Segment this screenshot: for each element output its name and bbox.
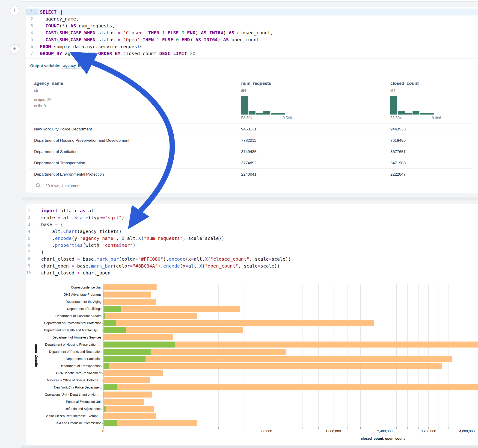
text-cursor bbox=[61, 10, 62, 15]
y-axis-tick bbox=[102, 338, 103, 338]
closed-count-bar bbox=[103, 320, 374, 326]
search-icon[interactable] bbox=[35, 183, 41, 189]
code-text: chart_closed = base.mark_bar(color="#FFC… bbox=[41, 255, 291, 262]
histogram-bar bbox=[390, 96, 397, 115]
code-text: FROM sample_data.nyc.service_requests bbox=[40, 43, 143, 50]
code-text: scale = alt.Scale(type="sqrt") bbox=[41, 214, 124, 221]
y-axis-tick bbox=[102, 388, 103, 388]
y-axis-tick bbox=[102, 416, 103, 417]
closed-count-bar bbox=[103, 377, 150, 383]
code-text: .encode(y="agency_name", x=alt.X("num_re… bbox=[41, 235, 224, 242]
code-line[interactable]: 2 scale = alt.Scale(type="sqrt") bbox=[26, 214, 478, 221]
gutter-spacer bbox=[31, 228, 33, 235]
code-text: chart_closed + chart_open bbox=[41, 269, 110, 276]
code-line[interactable]: 9 chart_open = base.mark_bar(color="#8BC… bbox=[26, 262, 478, 269]
code-line[interactable]: 4 alt.Chart(agency_tickets) bbox=[26, 228, 478, 235]
code-line[interactable]: 6 .properties(width="container") bbox=[26, 242, 478, 249]
y-axis-label: HRA Benefit Card Replacement bbox=[39, 371, 101, 375]
gutter-spacer bbox=[31, 263, 33, 270]
table-cell: 9453131 bbox=[241, 124, 256, 135]
code-text: COUNT(*) AS num_requests, bbox=[40, 22, 115, 29]
gridline bbox=[439, 284, 439, 427]
open-count-bar bbox=[103, 313, 105, 319]
column-stat: unique: 20 bbox=[34, 97, 51, 103]
code-text: agency_name, bbox=[40, 15, 79, 22]
table-cell: 3774892 bbox=[241, 157, 256, 169]
closed-count-bar bbox=[103, 292, 151, 298]
code-line[interactable]: 3⌄base = ( bbox=[26, 221, 478, 228]
y-axis-label: Department of Homeless Services bbox=[39, 336, 101, 339]
cell-divider[interactable] bbox=[21, 197, 478, 200]
gutter-spacer bbox=[31, 256, 33, 263]
gutter-spacer bbox=[31, 270, 34, 277]
y-axis-tick bbox=[102, 373, 103, 373]
x-axis-tick bbox=[318, 427, 319, 429]
histogram-bar bbox=[413, 111, 419, 115]
x-axis-tick bbox=[333, 427, 333, 429]
code-line[interactable]: 7 ) bbox=[26, 249, 478, 255]
y-axis-tick bbox=[102, 295, 103, 295]
python-code-editor[interactable]: 1 import altair as alt2 scale = alt.Scal… bbox=[26, 204, 478, 278]
closed-count-bar bbox=[103, 399, 144, 405]
y-axis-tick bbox=[102, 288, 103, 288]
open-count-bar bbox=[103, 420, 117, 426]
fold-chevron-icon[interactable]: ⌄ bbox=[34, 9, 36, 16]
line-number: 7 bbox=[26, 249, 33, 255]
code-line[interactable]: 2 agency_name, bbox=[26, 15, 478, 22]
gridline bbox=[185, 284, 185, 427]
y-axis-label: Taxi and Limousine Commission bbox=[39, 421, 101, 425]
code-line[interactable]: 1⌄SELECT bbox=[26, 8, 478, 15]
closed-count-bar bbox=[103, 313, 197, 319]
column-stat: nulls: 0 bbox=[34, 103, 46, 109]
open-count-bar bbox=[103, 342, 175, 348]
y-axis-label: Operations Unit - Department of Hom… bbox=[39, 393, 101, 396]
gutter-spacer bbox=[34, 37, 36, 44]
code-line[interactable]: 5 .encode(y="agency_name", x=alt.X("num_… bbox=[26, 235, 478, 242]
line-number: 3⌄ bbox=[26, 221, 33, 228]
code-line[interactable]: 7 GROUP BY agency_name ORDER BY closed_c… bbox=[26, 50, 478, 57]
histogram-bar bbox=[405, 113, 412, 115]
y-axis-label: DHS Advantage Programs bbox=[39, 293, 101, 296]
x-axis-tick bbox=[285, 427, 285, 429]
code-line[interactable]: 10 chart_closed + chart_open bbox=[26, 269, 478, 276]
code-line[interactable]: 3 COUNT(*) AS num_requests, bbox=[26, 22, 478, 29]
add-cell-button-middle[interactable]: + bbox=[10, 44, 19, 54]
code-line[interactable]: 1 import altair as alt bbox=[26, 207, 478, 214]
add-cell-button-top[interactable]: + bbox=[10, 6, 19, 15]
x-axis-tick bbox=[244, 427, 245, 429]
gridline bbox=[360, 284, 361, 427]
output-variable-input[interactable]: agency_tickets bbox=[61, 62, 87, 69]
closed-count-bar bbox=[103, 363, 442, 369]
line-number: 4 bbox=[26, 29, 36, 36]
line-number: 1⌄ bbox=[26, 8, 36, 15]
code-line[interactable]: 8 chart_closed = base.mark_bar(color="#F… bbox=[26, 255, 478, 262]
closed-count-bar bbox=[103, 384, 478, 390]
x-axis-tick bbox=[302, 427, 303, 429]
y-axis-label: Department of Housing Preservation … bbox=[39, 343, 101, 346]
bottom-cell-edge bbox=[21, 446, 478, 448]
sql-code-editor[interactable]: 1⌄SELECT 2 agency_name,3 COUNT(*) AS num… bbox=[26, 7, 478, 59]
code-line[interactable]: 4 CAST(SUM(CASE WHEN status = 'Closed' T… bbox=[26, 29, 478, 36]
open-count-bar bbox=[103, 349, 151, 355]
closed-count-bar bbox=[103, 299, 156, 305]
table-cell: Department of Housing Preservation and D… bbox=[34, 135, 129, 146]
table-cell: 3471908 bbox=[390, 157, 406, 169]
fold-chevron-icon[interactable]: ⌄ bbox=[31, 221, 33, 228]
y-axis-tick bbox=[102, 423, 103, 423]
table-row: New York City Police Department945313194… bbox=[30, 123, 472, 135]
x-axis-tick bbox=[448, 427, 448, 429]
open-count-bar bbox=[103, 384, 117, 390]
gridline bbox=[476, 284, 476, 427]
y-axis-label: Department of Consumer Affairs bbox=[39, 314, 101, 318]
histogram-bar bbox=[263, 111, 270, 115]
gutter-spacer bbox=[34, 44, 36, 50]
output-variable-row: Output variable: agency_tickets bbox=[26, 60, 478, 73]
code-line[interactable]: 5 CAST(SUM(CASE WHEN status = 'Open' THE… bbox=[26, 36, 478, 43]
gridline bbox=[458, 284, 458, 427]
line-number: 2 bbox=[26, 15, 36, 22]
gridline bbox=[333, 284, 333, 427]
code-line[interactable]: 6 FROM sample_data.nyc.service_requests bbox=[26, 43, 478, 50]
line-number: 2 bbox=[26, 214, 33, 221]
gutter-spacer bbox=[34, 23, 36, 30]
gridline bbox=[302, 284, 303, 427]
